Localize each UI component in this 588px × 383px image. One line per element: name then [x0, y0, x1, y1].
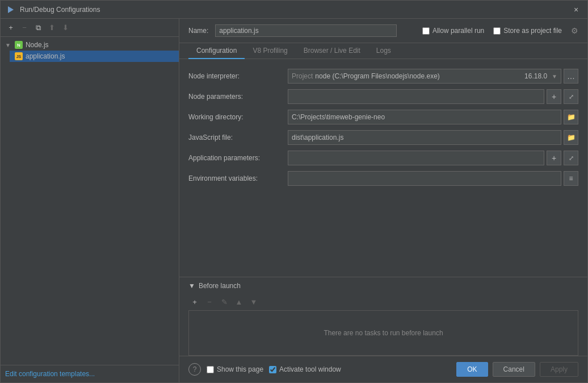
- name-input[interactable]: [215, 24, 397, 37]
- environment-variables-label: Environment variables:: [188, 174, 288, 182]
- show-page-label: Show this page: [217, 365, 263, 373]
- before-launch-edit-button[interactable]: ✎: [218, 295, 230, 308]
- application-parameters-input[interactable]: [288, 151, 544, 165]
- main-content: + − ⧉ ⬆ ⬇ ▼ N Node.js JS: [1, 19, 587, 382]
- tree-group-label: Node.js: [26, 41, 49, 49]
- application-parameters-add-button[interactable]: +: [547, 151, 561, 165]
- name-bar: Name: Allow parallel run Store as projec…: [179, 19, 587, 43]
- node-parameters-label: Node parameters:: [188, 93, 288, 101]
- node-parameters-field: + ⤢: [288, 89, 578, 104]
- js-file-icon: JS: [14, 52, 23, 61]
- cancel-button[interactable]: Cancel: [493, 362, 535, 377]
- right-panel: Name: Allow parallel run Store as projec…: [179, 19, 587, 382]
- dialog-icon: [6, 5, 15, 14]
- edit-templates-link[interactable]: Edit configuration templates...: [5, 370, 95, 378]
- working-directory-field: 📁: [288, 110, 578, 124]
- close-button[interactable]: ×: [570, 4, 582, 15]
- apply-button[interactable]: Apply: [540, 362, 578, 377]
- interpreter-browse-button[interactable]: …: [564, 69, 578, 84]
- tree-item-application[interactable]: JS application.js: [10, 51, 179, 62]
- bottom-left: ? Show this page Activate tool window: [188, 363, 341, 376]
- title-bar: Run/Debug Configurations ×: [1, 1, 587, 19]
- node-parameters-add-button[interactable]: +: [547, 89, 561, 104]
- title-bar-left: Run/Debug Configurations: [6, 5, 100, 14]
- before-launch-add-button[interactable]: +: [188, 295, 201, 308]
- working-directory-label: Working directory:: [188, 113, 288, 121]
- before-launch-empty-text: There are no tasks to run before launch: [324, 329, 443, 337]
- interpreter-select[interactable]: Project node (C:\Program Files\nodejs\no…: [288, 69, 561, 84]
- name-bar-options: Allow parallel run Store as project file…: [422, 26, 578, 35]
- environment-variables-edit-button[interactable]: ≡: [564, 171, 578, 186]
- javascript-file-row: JavaScript file: 📁: [188, 130, 578, 145]
- before-launch-toolbar: + − ✎ ▲ ▼: [188, 293, 578, 310]
- form-area: Node interpreter: Project node (C:\Progr…: [179, 59, 587, 277]
- before-launch-chevron-icon: ▼: [188, 282, 195, 290]
- nodejs-group-icon: N: [14, 40, 23, 49]
- before-launch-header[interactable]: ▼ Before launch: [188, 277, 578, 293]
- allow-parallel-checkbox[interactable]: [422, 27, 430, 35]
- tree-group-nodejs[interactable]: ▼ N Node.js: [1, 39, 179, 51]
- tab-configuration[interactable]: Configuration: [188, 43, 245, 59]
- store-as-project-label: Store as project file: [503, 27, 562, 35]
- add-config-button[interactable]: +: [5, 22, 16, 34]
- application-parameters-expand-button[interactable]: ⤢: [564, 151, 578, 165]
- before-launch-section: ▼ Before launch + − ✎ ▲ ▼ There are no t…: [179, 277, 587, 356]
- tab-browser-live-edit[interactable]: Browser / Live Edit: [296, 43, 368, 59]
- tree-item-label: application.js: [26, 52, 65, 60]
- before-launch-empty-area: There are no tasks to run before launch: [188, 310, 578, 356]
- allow-parallel-checkbox-label[interactable]: Allow parallel run: [422, 27, 484, 35]
- store-as-project-checkbox[interactable]: [493, 27, 501, 35]
- application-parameters-row: Application parameters: + ⤢: [188, 150, 578, 166]
- activate-tool-checkbox[interactable]: [269, 366, 276, 373]
- interpreter-version: 16.18.0: [524, 72, 547, 80]
- tab-logs[interactable]: Logs: [368, 43, 399, 59]
- application-parameters-label: Application parameters:: [188, 154, 288, 162]
- before-launch-remove-button[interactable]: −: [203, 295, 216, 308]
- environment-variables-row: Environment variables: ≡: [188, 170, 578, 186]
- javascript-file-field: 📁: [288, 130, 578, 145]
- node-interpreter-field: Project node (C:\Program Files\nodejs\no…: [288, 69, 578, 84]
- working-directory-input[interactable]: [288, 110, 561, 124]
- move-up-config-button[interactable]: ⬆: [46, 22, 57, 34]
- before-launch-up-button[interactable]: ▲: [233, 295, 245, 308]
- working-directory-browse-button[interactable]: 📁: [564, 110, 578, 124]
- before-launch-down-button[interactable]: ▼: [247, 295, 260, 308]
- config-tree: ▼ N Node.js JS application.js: [1, 37, 179, 365]
- tab-v8profiling[interactable]: V8 Profiling: [245, 43, 295, 59]
- help-button[interactable]: ?: [188, 363, 201, 376]
- dialog-title: Run/Debug Configurations: [20, 6, 100, 14]
- name-field-label: Name:: [188, 27, 208, 35]
- remove-config-button[interactable]: −: [19, 22, 30, 34]
- svg-marker-0: [8, 6, 14, 13]
- activate-tool-label: Activate tool window: [279, 365, 341, 373]
- show-page-checkbox[interactable]: [207, 366, 214, 373]
- sidebar-toolbar: + − ⧉ ⬆ ⬇: [1, 19, 179, 37]
- interpreter-path: node (C:\Program Files\nodejs\node.exe): [315, 72, 522, 80]
- javascript-file-input[interactable]: [288, 130, 561, 145]
- store-as-project-checkbox-label[interactable]: Store as project file: [493, 27, 562, 35]
- ok-button[interactable]: OK: [456, 362, 488, 377]
- sidebar: + − ⧉ ⬆ ⬇ ▼ N Node.js JS: [1, 19, 179, 382]
- run-debug-dialog: Run/Debug Configurations × + − ⧉ ⬆ ⬇ ▼ N: [0, 0, 588, 383]
- show-page-checkbox-label[interactable]: Show this page: [207, 365, 263, 373]
- settings-gear-icon[interactable]: ⚙: [571, 26, 578, 35]
- working-directory-row: Working directory: 📁: [188, 109, 578, 125]
- node-parameters-input[interactable]: [288, 89, 544, 104]
- interpreter-prefix: Project: [292, 72, 313, 80]
- node-parameters-row: Node parameters: + ⤢: [188, 89, 578, 105]
- node-parameters-expand-button[interactable]: ⤢: [564, 89, 578, 104]
- group-chevron-icon: ▼: [5, 42, 11, 48]
- activate-tool-checkbox-label[interactable]: Activate tool window: [269, 365, 341, 373]
- interpreter-dropdown-icon: ▼: [552, 73, 557, 80]
- allow-parallel-label: Allow parallel run: [432, 27, 484, 35]
- javascript-file-browse-button[interactable]: 📁: [564, 130, 578, 145]
- tabs-bar: Configuration V8 Profiling Browser / Liv…: [179, 43, 587, 59]
- bottom-bar: ? Show this page Activate tool window OK…: [179, 356, 587, 382]
- move-down-config-button[interactable]: ⬇: [60, 22, 71, 34]
- copy-config-button[interactable]: ⧉: [32, 22, 44, 34]
- environment-variables-input[interactable]: [288, 171, 561, 186]
- bottom-right: OK Cancel Apply: [456, 362, 578, 377]
- before-launch-label: Before launch: [199, 282, 241, 290]
- application-parameters-field: + ⤢: [288, 151, 578, 165]
- node-interpreter-row: Node interpreter: Project node (C:\Progr…: [188, 68, 578, 84]
